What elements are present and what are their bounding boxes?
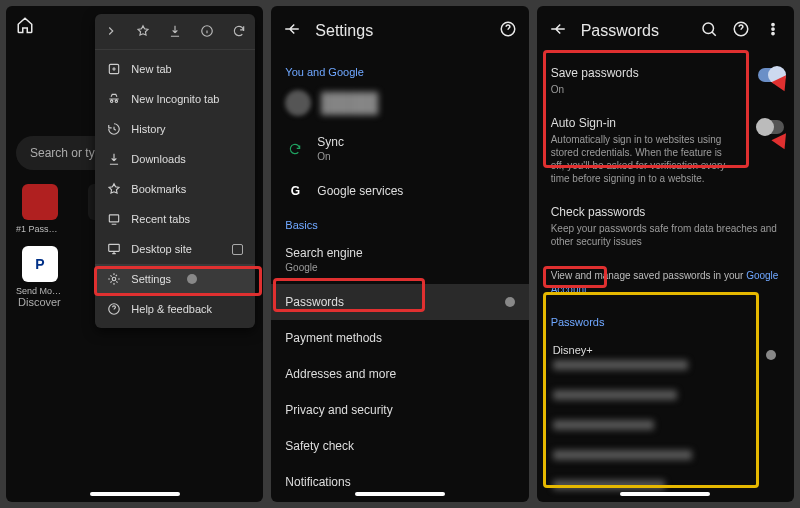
shortcut[interactable]: #1 Passwo… bbox=[16, 184, 64, 234]
row-view-manage[interactable]: View and manage saved passwords in your … bbox=[537, 258, 794, 306]
menu-help[interactable]: Help & feedback bbox=[95, 294, 255, 324]
panel-settings: Settings You and Google ████████████████… bbox=[271, 6, 528, 502]
forward-icon[interactable] bbox=[104, 24, 118, 41]
password-list: Disney+ bbox=[547, 336, 784, 498]
row-auto-signin[interactable]: Auto Sign-in Automatically sign in to we… bbox=[537, 106, 794, 195]
svg-point-4 bbox=[113, 277, 117, 281]
menu-recent-tabs[interactable]: Recent tabs bbox=[95, 204, 255, 234]
back-icon[interactable] bbox=[549, 20, 567, 42]
row-google-services[interactable]: GGoogle services bbox=[271, 173, 528, 209]
menu-bookmarks[interactable]: Bookmarks bbox=[95, 174, 255, 204]
back-icon[interactable] bbox=[283, 20, 301, 42]
download-icon[interactable] bbox=[168, 24, 182, 41]
sync-icon bbox=[285, 142, 305, 156]
row-safety[interactable]: Safety check bbox=[271, 428, 528, 464]
svg-rect-2 bbox=[110, 215, 119, 222]
shortcut[interactable]: PSend Mone… bbox=[16, 246, 64, 296]
row-payment[interactable]: Payment methods bbox=[271, 320, 528, 356]
search-icon[interactable] bbox=[700, 20, 718, 42]
menu-settings[interactable]: Settings bbox=[95, 264, 255, 294]
password-entry[interactable] bbox=[547, 438, 784, 468]
download-icon bbox=[107, 152, 121, 166]
account-row[interactable]: ████████████████ bbox=[271, 82, 528, 124]
google-icon: G bbox=[285, 184, 305, 198]
home-icon[interactable] bbox=[16, 16, 34, 37]
menu-desktop-site[interactable]: Desktop site bbox=[95, 234, 255, 264]
svg-point-10 bbox=[772, 28, 774, 30]
section-you-google: You and Google bbox=[271, 56, 528, 82]
badge-dot bbox=[766, 350, 776, 360]
menu-history[interactable]: History bbox=[95, 114, 255, 144]
row-check-passwords[interactable]: Check passwords Keep your passwords safe… bbox=[537, 195, 794, 258]
help-icon[interactable] bbox=[732, 20, 750, 42]
svg-point-9 bbox=[772, 23, 774, 25]
section-passwords: Passwords bbox=[537, 306, 794, 332]
row-privacy[interactable]: Privacy and security bbox=[271, 392, 528, 428]
row-save-passwords[interactable]: Save passwords On bbox=[537, 56, 794, 106]
overflow-menu: New tab New Incognito tab History Downlo… bbox=[95, 14, 255, 328]
page-title: Passwords bbox=[581, 22, 686, 40]
svg-point-7 bbox=[703, 23, 714, 34]
menu-downloads[interactable]: Downloads bbox=[95, 144, 255, 174]
svg-point-11 bbox=[772, 32, 774, 34]
info-icon[interactable] bbox=[200, 24, 214, 41]
row-passwords[interactable]: Passwords bbox=[271, 284, 528, 320]
password-entry[interactable] bbox=[547, 408, 784, 438]
gear-icon bbox=[107, 272, 121, 286]
home-indicator bbox=[355, 492, 445, 496]
row-theme[interactable]: Theme bbox=[271, 500, 528, 502]
badge-dot bbox=[505, 297, 515, 307]
panel-passwords: Passwords Save passwords On Auto Sign-in… bbox=[537, 6, 794, 502]
star-icon[interactable] bbox=[136, 24, 150, 41]
row-search-engine[interactable]: Search engineGoogle bbox=[271, 235, 528, 284]
password-entry[interactable]: Disney+ bbox=[547, 336, 784, 378]
more-icon[interactable] bbox=[764, 20, 782, 42]
row-addresses[interactable]: Addresses and more bbox=[271, 356, 528, 392]
row-sync[interactable]: SyncOn bbox=[271, 124, 528, 173]
help-icon[interactable] bbox=[499, 20, 517, 42]
refresh-icon[interactable] bbox=[232, 24, 246, 41]
star-icon bbox=[107, 182, 121, 196]
menu-new-tab[interactable]: New tab bbox=[95, 54, 255, 84]
avatar bbox=[285, 90, 311, 116]
recent-icon bbox=[107, 212, 121, 226]
discover-label: Discover bbox=[18, 296, 61, 308]
panel-chrome-menu: Search or type w #1 Passwo… Upw Act PSen… bbox=[6, 6, 263, 502]
checkbox[interactable] bbox=[232, 244, 243, 255]
section-basics: Basics bbox=[271, 209, 528, 235]
desktop-icon bbox=[107, 242, 121, 256]
svg-rect-3 bbox=[109, 244, 120, 251]
menu-incognito[interactable]: New Incognito tab bbox=[95, 84, 255, 114]
badge-dot bbox=[187, 274, 197, 284]
password-entry[interactable] bbox=[547, 378, 784, 408]
incognito-icon bbox=[107, 92, 121, 106]
history-icon bbox=[107, 122, 121, 136]
help-icon bbox=[107, 302, 121, 316]
home-indicator bbox=[90, 492, 180, 496]
page-title: Settings bbox=[315, 22, 484, 40]
home-indicator bbox=[620, 492, 710, 496]
plus-icon bbox=[107, 62, 121, 76]
